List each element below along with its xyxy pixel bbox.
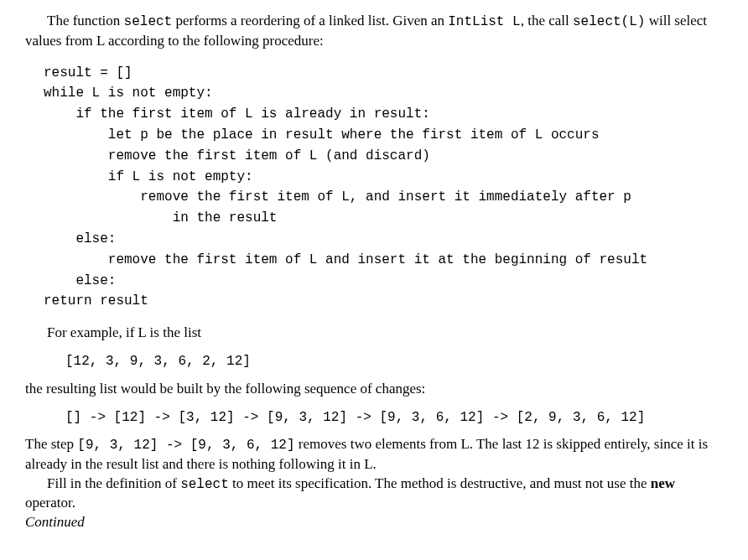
explain-text-1: The step: [25, 436, 77, 452]
intro-paragraph: The function select performs a reorderin…: [25, 12, 723, 51]
fillin-bold-1: new: [651, 475, 675, 491]
intro-text-2: performs a reordering of a linked list. …: [172, 13, 448, 29]
fillin-paragraph: Fill in the definition of select to meet…: [25, 474, 723, 514]
intro-text-3: , the call: [521, 13, 573, 29]
intro-text-1: The function: [47, 13, 124, 29]
example-seq-wrap: [] -> [12] -> [3, 12] -> [9, 3, 12] -> […: [65, 407, 723, 428]
explain-paragraph: The step [9, 3, 12] -> [9, 3, 6, 12] rem…: [25, 435, 723, 474]
explain-code-1: [9, 3, 12] -> [9, 3, 6, 12]: [77, 438, 294, 453]
intro-code-1: select: [124, 14, 173, 29]
example-mid: the resulting list would be built by the…: [25, 380, 723, 399]
example-intro: For example, if L is the list: [25, 324, 723, 343]
continued-label: Continued: [25, 513, 723, 532]
fillin-code-1: select: [180, 477, 229, 492]
example-seq: [] -> [12] -> [3, 12] -> [9, 3, 12] -> […: [65, 410, 645, 425]
example-list: [12, 3, 9, 3, 6, 2, 12]: [65, 354, 251, 369]
fillin-text-1: Fill in the definition of: [47, 475, 180, 491]
fillin-text-3: operator.: [25, 495, 75, 511]
fillin-text-2: to meet its specification. The method is…: [229, 475, 651, 491]
pseudocode-block: result = [] while L is not empty: if the…: [44, 63, 723, 313]
example-list-wrap: [12, 3, 9, 3, 6, 2, 12]: [65, 351, 723, 371]
intro-code-2: IntList L: [448, 14, 520, 29]
intro-code-3: select(L): [573, 14, 645, 29]
